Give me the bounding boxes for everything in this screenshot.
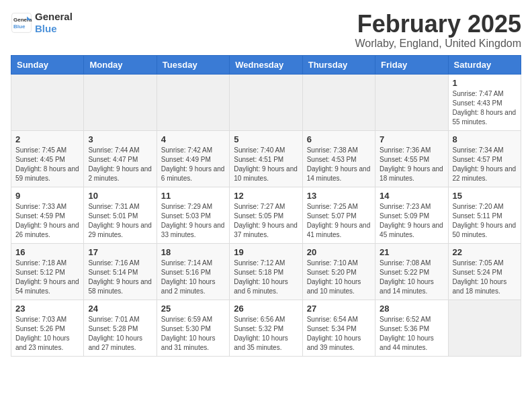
day-info: Sunrise: 7:20 AM Sunset: 5:11 PM Dayligh… <box>453 202 517 240</box>
calendar-cell <box>448 300 521 356</box>
calendar-week-2: 2Sunrise: 7:45 AM Sunset: 4:45 PM Daylig… <box>11 130 521 187</box>
calendar-title: February 2025 <box>355 11 521 38</box>
calendar-cell: 10Sunrise: 7:31 AM Sunset: 5:01 PM Dayli… <box>84 187 157 243</box>
day-number: 23 <box>15 304 79 314</box>
day-number: 7 <box>380 134 443 144</box>
day-number: 12 <box>234 191 298 201</box>
logo: General Blue General Blue <box>11 11 73 35</box>
weekday-header-wednesday: Wednesday <box>230 55 302 74</box>
day-number: 26 <box>234 304 298 314</box>
day-number: 17 <box>88 247 152 257</box>
day-info: Sunrise: 6:59 AM Sunset: 5:30 PM Dayligh… <box>161 315 225 353</box>
day-number: 3 <box>88 134 152 144</box>
day-info: Sunrise: 7:14 AM Sunset: 5:16 PM Dayligh… <box>161 259 225 296</box>
calendar-cell: 17Sunrise: 7:16 AM Sunset: 5:14 PM Dayli… <box>84 243 157 300</box>
day-number: 6 <box>307 134 371 144</box>
calendar-cell: 28Sunrise: 6:52 AM Sunset: 5:36 PM Dayli… <box>375 300 448 356</box>
day-info: Sunrise: 7:08 AM Sunset: 5:22 PM Dayligh… <box>380 259 443 296</box>
title-section: February 2025 Worlaby, England, United K… <box>355 11 521 50</box>
day-number: 10 <box>88 191 152 201</box>
logo-text-blue: Blue <box>35 23 73 35</box>
calendar-cell <box>302 74 375 130</box>
calendar-week-5: 23Sunrise: 7:03 AM Sunset: 5:26 PM Dayli… <box>11 300 521 356</box>
day-info: Sunrise: 7:47 AM Sunset: 4:43 PM Dayligh… <box>453 89 517 127</box>
day-number: 8 <box>453 134 517 144</box>
calendar-cell: 13Sunrise: 7:25 AM Sunset: 5:07 PM Dayli… <box>302 187 375 243</box>
day-number: 27 <box>307 304 371 314</box>
calendar-cell: 5Sunrise: 7:40 AM Sunset: 4:51 PM Daylig… <box>230 130 302 187</box>
day-number: 13 <box>307 191 371 201</box>
calendar-cell: 3Sunrise: 7:44 AM Sunset: 4:47 PM Daylig… <box>84 130 157 187</box>
day-info: Sunrise: 6:56 AM Sunset: 5:32 PM Dayligh… <box>234 315 298 353</box>
day-number: 24 <box>88 304 152 314</box>
day-info: Sunrise: 7:29 AM Sunset: 5:03 PM Dayligh… <box>161 202 225 240</box>
day-number: 1 <box>453 78 517 88</box>
day-number: 5 <box>234 134 298 144</box>
calendar-cell: 1Sunrise: 7:47 AM Sunset: 4:43 PM Daylig… <box>448 74 521 130</box>
day-info: Sunrise: 7:25 AM Sunset: 5:07 PM Dayligh… <box>307 202 371 240</box>
day-info: Sunrise: 7:44 AM Sunset: 4:47 PM Dayligh… <box>88 146 152 183</box>
logo-text-general: General <box>35 11 73 23</box>
calendar-subtitle: Worlaby, England, United Kingdom <box>355 38 521 50</box>
weekday-header-tuesday: Tuesday <box>157 55 229 74</box>
header-row: SundayMondayTuesdayWednesdayThursdayFrid… <box>11 55 521 74</box>
calendar-cell: 6Sunrise: 7:38 AM Sunset: 4:53 PM Daylig… <box>302 130 375 187</box>
calendar-header: SundayMondayTuesdayWednesdayThursdayFrid… <box>11 55 521 74</box>
calendar-cell: 22Sunrise: 7:05 AM Sunset: 5:24 PM Dayli… <box>448 243 521 300</box>
logo-icon: General Blue <box>11 12 32 34</box>
day-number: 9 <box>15 191 79 201</box>
calendar-cell: 26Sunrise: 6:56 AM Sunset: 5:32 PM Dayli… <box>230 300 302 356</box>
calendar-body: 1Sunrise: 7:47 AM Sunset: 4:43 PM Daylig… <box>11 74 521 356</box>
day-info: Sunrise: 7:31 AM Sunset: 5:01 PM Dayligh… <box>88 202 152 240</box>
calendar-cell: 25Sunrise: 6:59 AM Sunset: 5:30 PM Dayli… <box>157 300 229 356</box>
calendar-cell <box>230 74 302 130</box>
day-info: Sunrise: 7:12 AM Sunset: 5:18 PM Dayligh… <box>234 259 298 296</box>
weekday-header-friday: Friday <box>375 55 448 74</box>
calendar-cell: 16Sunrise: 7:18 AM Sunset: 5:12 PM Dayli… <box>11 243 84 300</box>
calendar-cell: 19Sunrise: 7:12 AM Sunset: 5:18 PM Dayli… <box>230 243 302 300</box>
day-number: 20 <box>307 247 371 257</box>
day-info: Sunrise: 7:38 AM Sunset: 4:53 PM Dayligh… <box>307 146 371 183</box>
day-info: Sunrise: 7:27 AM Sunset: 5:05 PM Dayligh… <box>234 202 298 240</box>
weekday-header-monday: Monday <box>84 55 157 74</box>
day-info: Sunrise: 7:16 AM Sunset: 5:14 PM Dayligh… <box>88 259 152 296</box>
day-info: Sunrise: 7:42 AM Sunset: 4:49 PM Dayligh… <box>161 146 225 183</box>
day-number: 15 <box>453 191 517 201</box>
day-number: 18 <box>161 247 225 257</box>
calendar-cell: 12Sunrise: 7:27 AM Sunset: 5:05 PM Dayli… <box>230 187 302 243</box>
day-info: Sunrise: 7:23 AM Sunset: 5:09 PM Dayligh… <box>380 202 443 240</box>
calendar-cell: 27Sunrise: 6:54 AM Sunset: 5:34 PM Dayli… <box>302 300 375 356</box>
day-info: Sunrise: 7:10 AM Sunset: 5:20 PM Dayligh… <box>307 259 371 296</box>
calendar-cell <box>375 74 448 130</box>
day-info: Sunrise: 7:33 AM Sunset: 4:59 PM Dayligh… <box>15 202 79 240</box>
day-number: 2 <box>15 134 79 144</box>
day-number: 4 <box>161 134 225 144</box>
day-info: Sunrise: 7:18 AM Sunset: 5:12 PM Dayligh… <box>15 259 79 296</box>
calendar-cell: 14Sunrise: 7:23 AM Sunset: 5:09 PM Dayli… <box>375 187 448 243</box>
day-info: Sunrise: 7:45 AM Sunset: 4:45 PM Dayligh… <box>15 146 79 183</box>
calendar-week-4: 16Sunrise: 7:18 AM Sunset: 5:12 PM Dayli… <box>11 243 521 300</box>
day-number: 21 <box>380 247 443 257</box>
day-number: 28 <box>380 304 443 314</box>
calendar-cell <box>84 74 157 130</box>
day-info: Sunrise: 7:01 AM Sunset: 5:28 PM Dayligh… <box>88 315 152 353</box>
calendar-week-1: 1Sunrise: 7:47 AM Sunset: 4:43 PM Daylig… <box>11 74 521 130</box>
calendar-cell: 2Sunrise: 7:45 AM Sunset: 4:45 PM Daylig… <box>11 130 84 187</box>
day-number: 25 <box>161 304 225 314</box>
day-info: Sunrise: 7:36 AM Sunset: 4:55 PM Dayligh… <box>380 146 443 183</box>
weekday-header-sunday: Sunday <box>11 55 84 74</box>
calendar-cell: 8Sunrise: 7:34 AM Sunset: 4:57 PM Daylig… <box>448 130 521 187</box>
calendar-cell: 18Sunrise: 7:14 AM Sunset: 5:16 PM Dayli… <box>157 243 229 300</box>
calendar-cell <box>11 74 84 130</box>
svg-text:Blue: Blue <box>13 24 26 30</box>
page-header: General Blue General Blue February 2025 … <box>11 11 521 50</box>
calendar-cell <box>157 74 229 130</box>
calendar-table: SundayMondayTuesdayWednesdayThursdayFrid… <box>11 55 521 357</box>
calendar-week-3: 9Sunrise: 7:33 AM Sunset: 4:59 PM Daylig… <box>11 187 521 243</box>
day-info: Sunrise: 6:52 AM Sunset: 5:36 PM Dayligh… <box>380 315 443 353</box>
day-info: Sunrise: 7:05 AM Sunset: 5:24 PM Dayligh… <box>453 259 517 296</box>
calendar-cell: 4Sunrise: 7:42 AM Sunset: 4:49 PM Daylig… <box>157 130 229 187</box>
day-number: 16 <box>15 247 79 257</box>
calendar-cell: 21Sunrise: 7:08 AM Sunset: 5:22 PM Dayli… <box>375 243 448 300</box>
calendar-cell: 15Sunrise: 7:20 AM Sunset: 5:11 PM Dayli… <box>448 187 521 243</box>
